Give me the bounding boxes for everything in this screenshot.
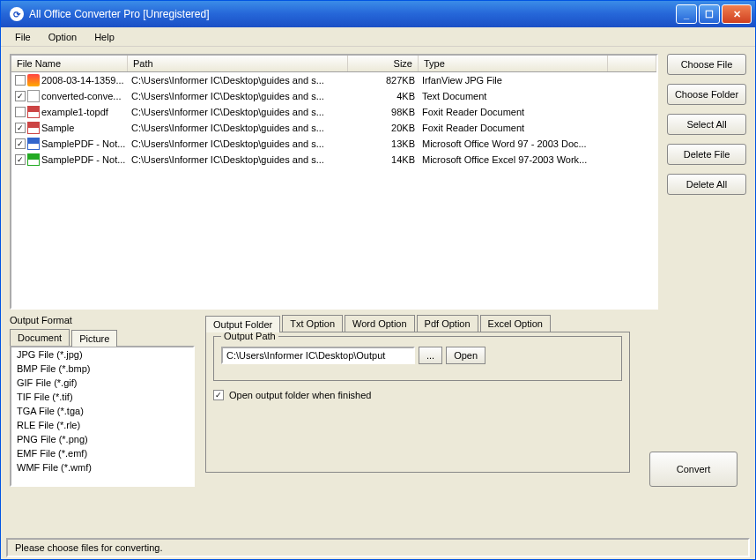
format-item[interactable]: BMP File (*.bmp) — [11, 362, 193, 376]
tab-picture[interactable]: Picture — [71, 330, 117, 347]
file-name: converted-conve... — [41, 91, 122, 101]
window-title: All Office Converter Pro [Unregistered] — [29, 8, 676, 20]
file-type: Microsoft Office Excel 97-2003 Work... — [419, 153, 608, 166]
file-icon — [27, 153, 40, 166]
file-size: 98KB — [348, 106, 419, 118]
file-path: C:\Users\Informer IC\Desktop\guides and … — [128, 153, 348, 166]
list-body: 2008-03-14-1359...C:\Users\Informer IC\D… — [11, 72, 656, 308]
convert-area: Convert — [641, 315, 746, 487]
format-item[interactable]: JPG File (*.jpg) — [11, 347, 193, 362]
col-filename[interactable]: File Name — [11, 56, 128, 71]
file-type: IrfanView JPG File — [419, 74, 608, 86]
format-item[interactable]: RLE File (*.rle) — [11, 418, 193, 432]
col-type[interactable]: Type — [419, 56, 608, 71]
format-tabs: Document Picture — [10, 329, 195, 346]
file-size: 4KB — [348, 90, 419, 102]
delete-all-button[interactable]: Delete All — [667, 174, 746, 195]
format-list[interactable]: JPG File (*.jpg)BMP File (*.bmp)GIF File… — [10, 346, 195, 487]
file-icon — [27, 106, 40, 118]
file-icon — [27, 74, 40, 86]
output-path-input[interactable] — [221, 347, 415, 364]
file-icon — [27, 122, 40, 134]
file-name: example1-topdf — [41, 107, 108, 117]
file-type: Foxit Reader Document — [419, 122, 608, 134]
file-path: C:\Users\Informer IC\Desktop\guides and … — [128, 138, 348, 150]
statusbar: Please choose files for converting. — [6, 538, 750, 557]
file-size: 20KB — [348, 122, 419, 134]
table-row[interactable]: example1-topdfC:\Users\Informer IC\Deskt… — [11, 104, 656, 120]
side-buttons: Choose File Choose Folder Select All Del… — [667, 54, 746, 310]
tab-word-option[interactable]: Word Option — [345, 315, 415, 332]
file-name: SamplePDF - Not... — [41, 154, 125, 165]
file-size: 827KB — [348, 74, 419, 86]
output-group: Output Path ... Open ✓ Open output folde… — [205, 332, 630, 473]
options-panel: Output Folder Txt Option Word Option Pdf… — [205, 315, 630, 487]
menu-help[interactable]: Help — [85, 29, 123, 45]
format-item[interactable]: EMF File (*.emf) — [11, 446, 193, 460]
delete-file-button[interactable]: Delete File — [667, 144, 746, 165]
row-checkbox[interactable]: ✓ — [15, 123, 26, 133]
tab-pdf-option[interactable]: Pdf Option — [417, 315, 478, 332]
row-checkbox[interactable] — [15, 107, 26, 117]
file-icon — [27, 138, 40, 150]
tab-txt-option[interactable]: Txt Option — [282, 315, 343, 332]
app-window: ⟳ All Office Converter Pro [Unregistered… — [0, 0, 756, 560]
choose-folder-button[interactable]: Choose Folder — [667, 84, 746, 105]
open-when-finished-checkbox[interactable]: ✓ — [213, 390, 224, 400]
format-item[interactable]: TIF File (*.tif) — [11, 390, 193, 404]
format-item[interactable]: WMF File (*.wmf) — [11, 460, 193, 474]
output-format-label: Output Format — [10, 315, 195, 325]
file-type: Microsoft Office Word 97 - 2003 Doc... — [419, 138, 608, 150]
file-icon — [27, 90, 40, 102]
format-item[interactable]: GIF File (*.gif) — [11, 376, 193, 390]
file-path: C:\Users\Informer IC\Desktop\guides and … — [128, 122, 348, 134]
col-path[interactable]: Path — [128, 56, 348, 71]
tab-document[interactable]: Document — [10, 329, 70, 346]
row-checkbox[interactable]: ✓ — [15, 138, 26, 149]
bottom-area: Output Format Document Picture JPG File … — [10, 315, 746, 487]
file-size: 14KB — [348, 153, 419, 166]
select-all-button[interactable]: Select All — [667, 114, 746, 135]
row-checkbox[interactable]: ✓ — [15, 91, 26, 101]
col-size[interactable]: Size — [348, 56, 419, 71]
table-row[interactable]: ✓converted-conve...C:\Users\Informer IC\… — [11, 88, 656, 104]
file-path: C:\Users\Informer IC\Desktop\guides and … — [128, 74, 348, 86]
open-button[interactable]: Open — [446, 347, 485, 364]
minimize-button[interactable]: _ — [676, 4, 697, 24]
file-name: Sample — [41, 123, 74, 133]
top-row: File Name Path Size Type 2008-03-14-1359… — [10, 54, 746, 310]
table-row[interactable]: ✓SamplePDF - Not...C:\Users\Informer IC\… — [11, 136, 656, 152]
file-type: Foxit Reader Document — [419, 106, 608, 118]
menu-option[interactable]: Option — [40, 29, 85, 45]
file-size: 13KB — [348, 138, 419, 150]
table-row[interactable]: 2008-03-14-1359...C:\Users\Informer IC\D… — [11, 72, 656, 88]
row-checkbox[interactable] — [15, 75, 26, 86]
close-button[interactable]: ✕ — [722, 4, 752, 24]
app-icon: ⟳ — [10, 7, 24, 21]
format-item[interactable]: TGA File (*.tga) — [11, 404, 193, 418]
col-spacer — [608, 56, 656, 71]
row-checkbox[interactable]: ✓ — [15, 154, 26, 165]
convert-button[interactable]: Convert — [649, 452, 737, 487]
browse-button[interactable]: ... — [419, 347, 442, 364]
tab-output-folder[interactable]: Output Folder — [205, 316, 280, 332]
tab-excel-option[interactable]: Excel Option — [480, 315, 551, 332]
titlebar: ⟳ All Office Converter Pro [Unregistered… — [1, 1, 755, 27]
choose-file-button[interactable]: Choose File — [667, 54, 746, 75]
file-list[interactable]: File Name Path Size Type 2008-03-14-1359… — [10, 54, 658, 310]
path-row: ... Open — [221, 347, 614, 364]
window-controls: _ ☐ ✕ — [676, 4, 752, 24]
file-path: C:\Users\Informer IC\Desktop\guides and … — [128, 90, 348, 102]
menu-file[interactable]: File — [6, 29, 40, 45]
format-item[interactable]: PNG File (*.png) — [11, 432, 193, 446]
open-when-finished-label: Open output folder when finished — [229, 390, 371, 400]
file-name: 2008-03-14-1359... — [41, 75, 124, 86]
table-row[interactable]: ✓SamplePDF - Not...C:\Users\Informer IC\… — [11, 152, 656, 168]
table-row[interactable]: ✓SampleC:\Users\Informer IC\Desktop\guid… — [11, 120, 656, 136]
output-format-panel: Output Format Document Picture JPG File … — [10, 315, 195, 487]
list-header: File Name Path Size Type — [11, 56, 656, 72]
maximize-button[interactable]: ☐ — [699, 4, 720, 24]
option-tabs: Output Folder Txt Option Word Option Pdf… — [205, 315, 630, 332]
menubar: File Option Help — [1, 27, 755, 47]
file-path: C:\Users\Informer IC\Desktop\guides and … — [128, 106, 348, 118]
